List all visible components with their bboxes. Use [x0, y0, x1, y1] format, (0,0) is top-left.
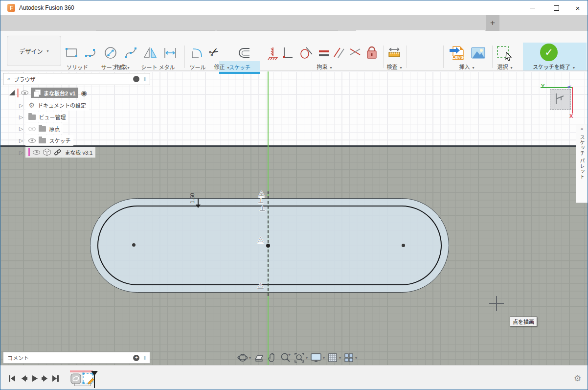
rectangle-tool-button[interactable] — [63, 45, 80, 61]
left-arc-center-point[interactable] — [132, 243, 136, 247]
workspace-tab-sketch-active[interactable]: スケッチ — [229, 63, 250, 71]
browser-root-row[interactable]: まな板台2 v1 ◉ — [9, 88, 87, 98]
display-settings-button[interactable]: ▾ — [310, 352, 325, 363]
sketch-center-point[interactable] — [266, 244, 270, 248]
activate-radio-icon[interactable]: ◉ — [81, 89, 87, 97]
workspace-tab-sheetmetal[interactable]: シート メタル — [141, 63, 175, 71]
expand-icon[interactable]: ▷ — [19, 102, 23, 109]
rectangle-icon — [63, 45, 80, 61]
visibility-eye-icon[interactable] — [33, 150, 40, 155]
mirror-tool-button[interactable] — [142, 45, 158, 61]
expand-icon[interactable]: ▷ — [19, 138, 23, 144]
workspace-switcher-design[interactable]: デザイン ▾ — [7, 36, 61, 66]
comment-expand-icon[interactable]: + — [133, 355, 139, 361]
timeline-step-forward-button[interactable] — [41, 374, 49, 383]
sketch-plane-widget[interactable] — [550, 89, 571, 110]
fit-button[interactable]: ▾ — [294, 352, 308, 363]
browser-minimize-icon[interactable]: − — [133, 76, 139, 82]
browser-row-sketches[interactable]: ▷ スケッチ — [19, 135, 73, 146]
equal-icon — [317, 45, 331, 61]
create-group-label: 作成 — [114, 64, 125, 70]
measure-tool-button[interactable] — [386, 45, 403, 61]
workspace-tab-tools[interactable]: ツール — [190, 63, 206, 71]
circle-tool-button[interactable] — [102, 45, 119, 61]
fillet-tool-button[interactable] — [189, 45, 205, 61]
equal-constraint-button[interactable] — [317, 45, 333, 61]
offset-tool-button[interactable] — [236, 45, 252, 61]
expand-icon[interactable]: ▷ — [19, 114, 23, 120]
coincident-constraint-button[interactable] — [280, 45, 296, 61]
offset-dimension-label[interactable]: 1.50 — [189, 188, 195, 208]
visibility-eye-icon[interactable] — [21, 91, 28, 95]
grid-settings-button[interactable]: ▾ — [327, 352, 341, 363]
browser-header[interactable]: « ブラウザ − ‖ — [3, 73, 150, 85]
midpoint-constraint-icon[interactable]: ⊥ — [259, 205, 266, 212]
tangent-icon — [298, 45, 315, 61]
tangent-constraint-button[interactable] — [298, 45, 315, 61]
pan-button[interactable] — [267, 352, 277, 363]
sketch-dimension-button[interactable] — [162, 45, 179, 61]
timeline-go-to-start-button[interactable] — [8, 374, 17, 383]
expand-collapse-icon[interactable] — [9, 90, 15, 95]
arc-icon — [83, 45, 100, 61]
expand-icon[interactable]: ▷ — [19, 126, 23, 132]
parallel-constraint-button[interactable] — [332, 45, 348, 61]
insert-svg-button[interactable]: SVG — [448, 45, 465, 61]
finish-sketch-button[interactable]: ✓ — [540, 44, 558, 61]
browser-row-origin[interactable]: ▷ 原点 — [19, 123, 63, 134]
visibility-eye-off-icon[interactable] — [28, 127, 36, 131]
viewports-button[interactable]: ▾ — [343, 352, 357, 363]
insert-svg-icon: SVG — [448, 45, 466, 63]
insert-canvas-button[interactable] — [470, 45, 486, 61]
timeline-go-to-end-button[interactable] — [51, 374, 60, 383]
browser-collapse-icon[interactable]: « — [7, 76, 10, 82]
gear-icon: ⚙ — [28, 101, 35, 109]
finish-sketch-dropdown[interactable]: スケッチを終了 ▾ — [533, 63, 575, 70]
inspect-group-dropdown[interactable]: 検査 ▾ — [386, 63, 402, 70]
spline-tool-button[interactable] — [122, 45, 139, 61]
close-button[interactable]: × — [567, 0, 588, 15]
viewports-icon — [343, 352, 354, 363]
symmetry-constraint-icon[interactable]: △ — [257, 234, 264, 245]
timeline-playhead[interactable] — [94, 371, 95, 388]
comment-bar[interactable]: コメント + ‖ — [3, 352, 150, 364]
timeline-step-back-button[interactable] — [20, 374, 28, 383]
minimize-button[interactable] — [521, 0, 543, 15]
browser-row-linked-component[interactable]: ▷ まな板 v3:1 — [19, 147, 95, 158]
select-group-dropdown[interactable]: 選択 ▾ — [497, 63, 512, 70]
workspace-tab-solid[interactable]: ソリッド — [67, 63, 88, 71]
new-tab-button[interactable]: + — [486, 15, 499, 31]
grid-icon — [327, 352, 338, 363]
right-arc-center-point[interactable] — [402, 244, 405, 247]
browser-row-document-settings[interactable]: ▷ ⚙ ドキュメントの設定 — [19, 100, 89, 111]
midpoint-constraint-icon[interactable]: ⊥ — [258, 197, 264, 205]
sketch-palette-collapsed-tab[interactable]: « スケッチ パレット — [576, 124, 588, 203]
select-tool-button[interactable] — [496, 45, 512, 61]
insert-caret-icon: ▾ — [473, 66, 475, 70]
browser-row-view-management[interactable]: ▷ ビュー管理 — [19, 112, 68, 122]
fix-constraint-button[interactable] — [364, 45, 381, 61]
modify-group-dropdown[interactable]: 修正 ▾ — [214, 63, 229, 70]
look-at-icon — [253, 352, 264, 363]
visibility-eye-icon[interactable] — [28, 138, 36, 143]
constraints-group-dropdown[interactable]: 拘束 ▾ — [317, 63, 332, 70]
palette-collapse-icon[interactable]: « — [581, 126, 584, 132]
zoom-button[interactable]: ± — [280, 352, 292, 363]
root-component-selected[interactable]: まな板台2 v1 — [31, 88, 78, 98]
arc-tool-button[interactable] — [83, 45, 100, 61]
insert-group-dropdown[interactable]: 挿入 ▾ — [459, 63, 474, 70]
comment-grip[interactable]: ‖ — [143, 355, 146, 361]
symmetry-constraint-icon[interactable]: △ — [257, 280, 264, 290]
maximize-button[interactable] — [545, 0, 567, 15]
timeline-play-button[interactable] — [30, 374, 39, 383]
orbit-button[interactable]: ▾ — [237, 352, 251, 363]
timeline-settings-gear-icon[interactable]: ⚙ — [574, 373, 581, 384]
look-at-button[interactable] — [253, 352, 264, 363]
titlebar[interactable]: F Autodesk Fusion 360 × — [0, 0, 588, 16]
create-group-dropdown[interactable]: 作成 ▾ — [114, 63, 129, 70]
perpendicular-constraint-button[interactable] — [348, 45, 364, 61]
browser-grip[interactable]: ‖ — [143, 76, 146, 82]
expand-icon[interactable]: ▷ — [19, 149, 23, 156]
ribbon-separator — [260, 46, 260, 68]
parallel-icon — [332, 45, 346, 61]
